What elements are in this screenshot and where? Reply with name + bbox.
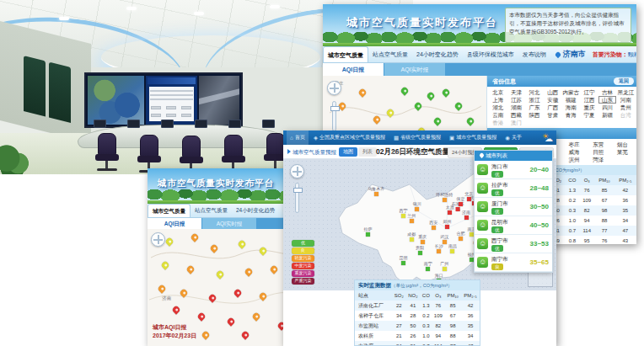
- tab-aqi-realtime[interactable]: AQI实时报: [202, 218, 256, 229]
- region-菏泽[interactable]: 菏泽: [586, 156, 610, 163]
- city-marker[interactable]: 保定: [457, 196, 465, 206]
- region-广西[interactable]: 广西: [544, 104, 562, 111]
- nav-tab-2[interactable]: 24小时变化趋势: [232, 204, 279, 218]
- city-forecast-row[interactable]: ☺西宁市优33~53: [475, 235, 552, 253]
- tab-aqi-daily[interactable]: AQI日报: [148, 218, 201, 229]
- city-marker[interactable]: 武汉: [440, 234, 448, 244]
- tab-aqi-realtime[interactable]: AQI实时报: [384, 63, 445, 76]
- nav-tab-1[interactable]: 站点空气质量: [191, 204, 232, 218]
- tab-aqi-daily[interactable]: AQI日报: [323, 63, 384, 76]
- city-marker[interactable]: 合肥: [457, 231, 465, 241]
- forecast-nav-item-0[interactable]: ⌂首页: [287, 130, 309, 145]
- dashboard-button: [166, 114, 176, 117]
- region-湖北[interactable]: 湖北: [489, 104, 507, 111]
- city-marker[interactable]: 南宁: [424, 261, 432, 271]
- city-forecast-row[interactable]: ☺拉萨市优28~48: [475, 179, 552, 198]
- map-pan-control[interactable]: [151, 232, 165, 247]
- city-forecast-row[interactable]: ☺昆明市优40~50: [475, 216, 552, 235]
- region-西藏[interactable]: 西藏: [507, 111, 526, 119]
- nav-tab-0[interactable]: 城市空气质量: [148, 204, 191, 218]
- forecast-nav-item-3[interactable]: ▣城市空气质量预报: [446, 130, 500, 145]
- region-上海[interactable]: 上海: [489, 96, 507, 104]
- region-北京[interactable]: 北京: [489, 88, 507, 96]
- region-澳门[interactable]: 澳门: [507, 119, 526, 126]
- region-江苏[interactable]: 江苏: [507, 96, 526, 104]
- current-city[interactable]: 济南市: [555, 49, 586, 60]
- forecast-nav-item-1[interactable]: ◈全国及重点区域空气质量预报: [310, 130, 389, 145]
- region-重庆[interactable]: 重庆: [580, 104, 598, 111]
- city-marker[interactable]: 呼和浩特: [436, 192, 453, 202]
- city-marker[interactable]: 兰州: [407, 213, 416, 223]
- city-marker[interactable]: 银川: [413, 201, 421, 211]
- table-row: 市监测站27500.3829835: [355, 321, 480, 331]
- region-河北[interactable]: 河北: [525, 88, 544, 96]
- region-江西[interactable]: 江西: [580, 96, 598, 104]
- region-浙江[interactable]: 浙江: [525, 96, 544, 104]
- city-marker[interactable]: 乌鲁木齐: [368, 186, 384, 196]
- nav-tab-4[interactable]: 发布说明: [518, 46, 550, 63]
- column-header: O₃: [432, 290, 444, 301]
- cell: 济南化工厂: [355, 301, 392, 311]
- region-黑龙江[interactable]: 黑龙江: [616, 88, 635, 96]
- map-pan-control[interactable]: [290, 164, 304, 178]
- region-枣庄[interactable]: 枣庄: [562, 141, 587, 148]
- region-莱芜[interactable]: 莱芜: [610, 148, 635, 156]
- city-forecast-row[interactable]: ☺南宁市良35~65: [475, 253, 552, 272]
- region-内蒙古[interactable]: 内蒙古: [562, 88, 581, 96]
- region-河南[interactable]: 河南: [616, 96, 635, 104]
- city-marker[interactable]: 西安: [429, 220, 437, 230]
- region-青海[interactable]: 青海: [562, 111, 581, 119]
- region-滨州[interactable]: 滨州: [562, 156, 587, 163]
- city-forecast-row[interactable]: ☺厦门市优30~50: [475, 198, 552, 216]
- region-台湾[interactable]: 台湾: [616, 111, 635, 119]
- region-甘肃[interactable]: 甘肃: [544, 111, 562, 119]
- region-广东[interactable]: 广东: [525, 104, 544, 111]
- region-天津[interactable]: 天津: [507, 88, 526, 96]
- region-烟台[interactable]: 烟台: [610, 141, 635, 148]
- region-海南[interactable]: 海南: [562, 104, 581, 111]
- city-marker[interactable]: 南昌: [448, 243, 457, 253]
- region-贵州[interactable]: 贵州: [616, 104, 635, 111]
- forecast-nav-item-2[interactable]: ▦省级空气质量预报: [390, 130, 444, 145]
- region-宁夏[interactable]: 宁夏: [580, 111, 598, 119]
- back-button[interactable]: 返回: [614, 77, 634, 85]
- region-湖南[interactable]: 湖南: [507, 104, 526, 111]
- dashboard-button: [166, 106, 176, 109]
- map-zoom-slider[interactable]: [295, 183, 299, 213]
- nav-tab-3[interactable]: 县级环保模范城市: [463, 46, 518, 63]
- region-福建[interactable]: 福建: [562, 96, 581, 104]
- city-marker[interactable]: 贵阳: [416, 245, 424, 255]
- city-marker[interactable]: 郑州: [443, 219, 451, 229]
- forecast-nav-item-4[interactable]: ◉关于: [502, 130, 525, 145]
- city-marker[interactable]: 成都: [407, 232, 416, 242]
- region-东营[interactable]: 东营: [586, 141, 610, 148]
- aqi-face-icon: ☺: [477, 257, 488, 268]
- city-marker[interactable]: 济南: [462, 210, 470, 220]
- region-四川[interactable]: 四川: [598, 104, 617, 111]
- nav-tab-2[interactable]: 24小时变化趋势: [412, 46, 463, 63]
- region-陕西[interactable]: 陕西: [525, 111, 544, 119]
- region-香港[interactable]: 香港: [489, 119, 507, 126]
- weather-widget[interactable]: ☀☁: [539, 133, 553, 143]
- region-安徽[interactable]: 安徽: [544, 96, 562, 104]
- city-marker[interactable]: 长沙: [435, 243, 443, 253]
- map-pan-control[interactable]: [327, 81, 341, 95]
- map-zoom-slider[interactable]: [332, 101, 336, 131]
- city-marker[interactable]: 西宁: [400, 208, 408, 218]
- region-辽宁[interactable]: 辽宁: [580, 88, 598, 96]
- region-新疆[interactable]: 新疆: [598, 111, 617, 119]
- nav-tab-0[interactable]: 城市空气质量: [323, 46, 368, 63]
- region-云南[interactable]: 云南: [489, 111, 507, 119]
- region-吉林[interactable]: 吉林: [598, 88, 617, 96]
- region-日照[interactable]: 日照: [586, 148, 610, 156]
- region-山西[interactable]: 山西: [544, 88, 562, 96]
- city-marker[interactable]: 重庆: [418, 234, 427, 244]
- region-山东[interactable]: 山东: [598, 96, 617, 104]
- city-marker[interactable]: 拉萨: [363, 226, 372, 237]
- region-威海[interactable]: 威海: [562, 148, 587, 156]
- city-marker[interactable]: 昆明: [400, 255, 408, 265]
- cell: 35: [461, 321, 480, 331]
- city-forecast-row[interactable]: ☺海口市优20~40: [475, 161, 552, 179]
- nav-tab-1[interactable]: 站点空气质量: [368, 46, 412, 63]
- city-marker[interactable]: 广州: [440, 261, 448, 271]
